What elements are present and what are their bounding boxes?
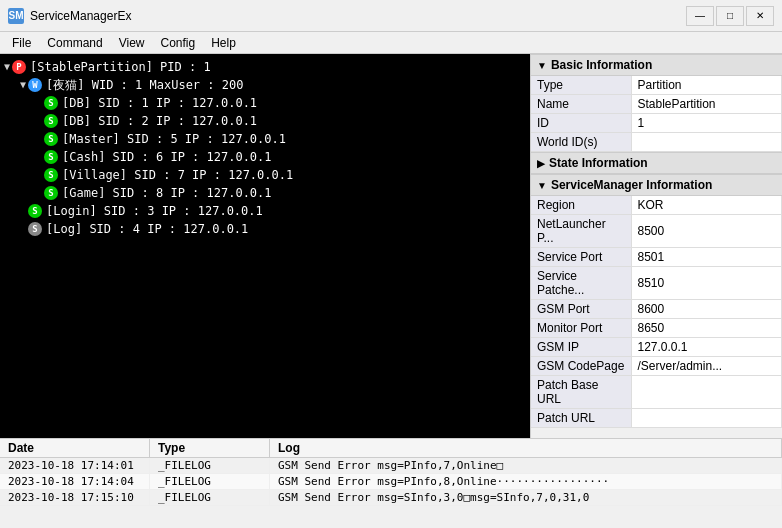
sm-val-1: 8500 [631, 215, 782, 248]
basic-key-3: World ID(s) [531, 133, 631, 152]
log-msg-1: GSM Send Error msg=PInfo,8,Online·······… [270, 474, 782, 489]
log-row-2: 2023-10-18 17:15:10 _FILELOG GSM Send Er… [0, 490, 782, 506]
tree-row-0[interactable]: ▼ P [StablePartition] PID : 1 [4, 58, 526, 76]
tree-row-8[interactable]: S [Login] SID : 3 IP : 127.0.0.1 [4, 202, 526, 220]
tree-label-1: [夜猫] WID : 1 MaxUser : 200 [46, 76, 243, 94]
basic-info-expand-icon: ▼ [537, 60, 547, 71]
log-date-0: 2023-10-18 17:14:01 [0, 458, 150, 473]
status-icon-4: S [44, 132, 58, 146]
expand-icon-4 [36, 130, 42, 148]
basic-info-header[interactable]: ▼ Basic Information [531, 54, 782, 76]
log-date-1: 2023-10-18 17:14:04 [0, 474, 150, 489]
expand-icon-1[interactable]: ▼ [20, 76, 26, 94]
status-icon-7: S [44, 186, 58, 200]
expand-icon-0[interactable]: ▼ [4, 58, 10, 76]
table-row: Type Partition [531, 76, 782, 95]
table-row: Patch URL [531, 409, 782, 428]
menu-help[interactable]: Help [203, 34, 244, 52]
sm-key-4: GSM Port [531, 300, 631, 319]
expand-icon-8 [20, 202, 26, 220]
status-icon-3: S [44, 114, 58, 128]
tree-label-0: [StablePartition] PID : 1 [30, 58, 211, 76]
status-icon-0: P [12, 60, 26, 74]
tree-row-6[interactable]: S [Village] SID : 7 IP : 127.0.0.1 [4, 166, 526, 184]
tree-label-5: [Cash] SID : 6 IP : 127.0.0.1 [62, 148, 272, 166]
sm-key-5: Monitor Port [531, 319, 631, 338]
menu-config[interactable]: Config [153, 34, 204, 52]
app-icon: SM [8, 8, 24, 24]
state-info-expand-icon: ▶ [537, 158, 545, 169]
title-bar: SM ServiceManagerEx — □ ✕ [0, 0, 782, 32]
state-info-header[interactable]: ▶ State Information [531, 152, 782, 174]
tree-label-6: [Village] SID : 7 IP : 127.0.0.1 [62, 166, 293, 184]
expand-icon-3 [36, 112, 42, 130]
tree-label-4: [Master] SID : 5 IP : 127.0.0.1 [62, 130, 286, 148]
log-date-2: 2023-10-18 17:15:10 [0, 490, 150, 505]
tree-row-9[interactable]: S [Log] SID : 4 IP : 127.0.0.1 [4, 220, 526, 238]
table-row: ID 1 [531, 114, 782, 133]
basic-val-3 [631, 133, 782, 152]
table-row: GSM IP 127.0.0.1 [531, 338, 782, 357]
minimize-button[interactable]: — [686, 6, 714, 26]
sm-key-0: Region [531, 196, 631, 215]
sm-info-section: ▼ ServiceManager Information Region KOR … [531, 174, 782, 428]
log-rows: 2023-10-18 17:14:01 _FILELOG GSM Send Er… [0, 458, 782, 528]
basic-info-table: Type Partition Name StablePartition ID 1… [531, 76, 782, 152]
tree-row-3[interactable]: S [DB] SID : 2 IP : 127.0.0.1 [4, 112, 526, 130]
table-row: Service Patche... 8510 [531, 267, 782, 300]
basic-val-2: 1 [631, 114, 782, 133]
expand-icon-6 [36, 166, 42, 184]
menu-command[interactable]: Command [39, 34, 110, 52]
basic-key-0: Type [531, 76, 631, 95]
tree-row-5[interactable]: S [Cash] SID : 6 IP : 127.0.0.1 [4, 148, 526, 166]
table-row: Service Port 8501 [531, 248, 782, 267]
tree-label-8: [Login] SID : 3 IP : 127.0.0.1 [46, 202, 263, 220]
table-row: GSM Port 8600 [531, 300, 782, 319]
log-header-type: Type [150, 439, 270, 457]
log-type-0: _FILELOG [150, 458, 270, 473]
sm-val-5: 8650 [631, 319, 782, 338]
close-button[interactable]: ✕ [746, 6, 774, 26]
table-row: Region KOR [531, 196, 782, 215]
expand-icon-7 [36, 184, 42, 202]
tree-panel[interactable]: ▼ P [StablePartition] PID : 1 ▼ W [夜猫] W… [0, 54, 530, 438]
table-row: Name StablePartition [531, 95, 782, 114]
sm-val-7: /Server/admin... [631, 357, 782, 376]
sm-key-2: Service Port [531, 248, 631, 267]
tree-row-2[interactable]: S [DB] SID : 1 IP : 127.0.0.1 [4, 94, 526, 112]
expand-icon-9 [20, 220, 26, 238]
basic-info-title: Basic Information [551, 58, 652, 72]
log-row-0: 2023-10-18 17:14:01 _FILELOG GSM Send Er… [0, 458, 782, 474]
sm-val-3: 8510 [631, 267, 782, 300]
sm-key-3: Service Patche... [531, 267, 631, 300]
sm-info-header[interactable]: ▼ ServiceManager Information [531, 174, 782, 196]
tree-row-7[interactable]: S [Game] SID : 8 IP : 127.0.0.1 [4, 184, 526, 202]
app-title: ServiceManagerEx [30, 9, 686, 23]
log-msg-0: GSM Send Error msg=PInfo,7,Online□ [270, 458, 782, 473]
info-panel: ▼ Basic Information Type Partition Name … [530, 54, 782, 438]
log-type-2: _FILELOG [150, 490, 270, 505]
tree-row-1[interactable]: ▼ W [夜猫] WID : 1 MaxUser : 200 [4, 76, 526, 94]
sm-val-8 [631, 376, 782, 409]
expand-icon-5 [36, 148, 42, 166]
menu-file[interactable]: File [4, 34, 39, 52]
window-controls: — □ ✕ [686, 6, 774, 26]
table-row: World ID(s) [531, 133, 782, 152]
basic-val-0: Partition [631, 76, 782, 95]
expand-icon-2 [36, 94, 42, 112]
status-icon-9: S [28, 222, 42, 236]
log-header-log: Log [270, 439, 782, 457]
table-row: NetLauncher P... 8500 [531, 215, 782, 248]
basic-key-1: Name [531, 95, 631, 114]
status-icon-2: S [44, 96, 58, 110]
sm-info-title: ServiceManager Information [551, 178, 712, 192]
log-header-date: Date [0, 439, 150, 457]
table-row: Patch Base URL [531, 376, 782, 409]
maximize-button[interactable]: □ [716, 6, 744, 26]
status-icon-6: S [44, 168, 58, 182]
log-msg-2: GSM Send Error msg=SInfo,3,0□msg=SInfo,7… [270, 490, 782, 505]
status-icon-8: S [28, 204, 42, 218]
tree-row-4[interactable]: S [Master] SID : 5 IP : 127.0.0.1 [4, 130, 526, 148]
menu-view[interactable]: View [111, 34, 153, 52]
status-icon-1: W [28, 78, 42, 92]
